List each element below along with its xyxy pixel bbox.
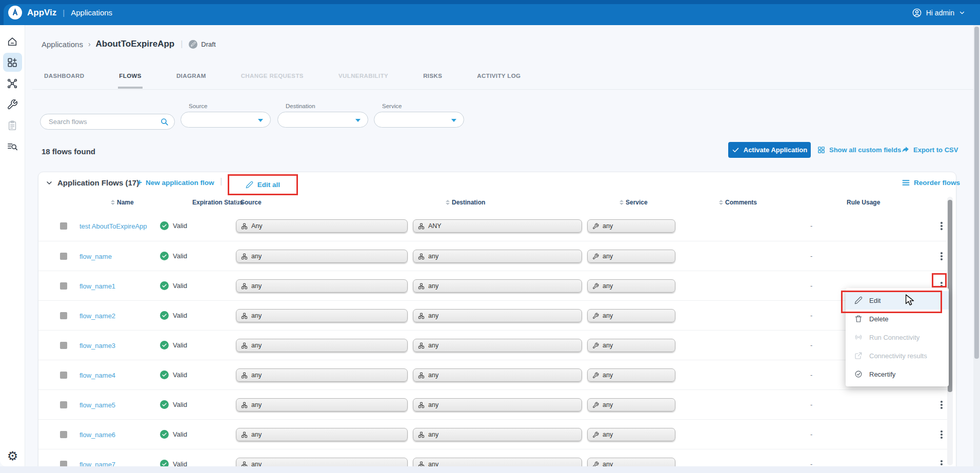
edit-all-button[interactable]: Edit all [228,174,298,195]
column-header-name[interactable]: Name [111,199,134,206]
sort-icon[interactable] [111,200,115,205]
column-header-service[interactable]: Service [619,199,648,206]
menu-item-edit[interactable]: Edit [846,291,949,310]
flow-name-link[interactable]: flow_name2 [79,312,115,320]
destination-chip[interactable]: any [413,250,582,263]
service-chip[interactable]: any [587,339,675,352]
service-chip[interactable]: any [587,398,675,412]
search-input[interactable] [48,117,160,126]
source-chip[interactable]: any [236,339,408,352]
source-chip[interactable]: any [236,398,408,412]
table-row: flow_name4 Valid any any [38,360,947,389]
destination-chip[interactable]: any [413,279,582,293]
sidebar-item-home-icon[interactable] [3,32,22,51]
column-header-destination[interactable]: Destination [446,199,485,206]
menu-item-recertify[interactable]: Recertify [846,365,949,383]
service-chip[interactable]: any [587,428,675,441]
row-checkbox[interactable] [60,342,67,349]
flow-name-link[interactable]: flow_name5 [79,401,115,409]
network-icon [241,342,248,349]
row-checkbox[interactable] [60,401,67,408]
column-header-comments[interactable]: Comments [719,199,757,206]
destination-chip[interactable]: any [413,368,582,382]
flow-name-link[interactable]: test AboutToExpireApp [79,222,147,230]
destination-chip[interactable]: any [413,309,582,322]
source-chip[interactable]: any [236,250,408,263]
pencil-icon [246,181,253,189]
service-chip[interactable]: any [587,219,675,233]
search-icon[interactable] [160,117,169,126]
destination-dropdown[interactable] [277,112,368,128]
tab-bar: DASHBOARDFLOWSDIAGRAMCHANGE REQUESTSVULN… [43,70,522,89]
service-chip[interactable]: any [587,250,675,263]
source-chip[interactable]: any [236,428,408,441]
trash-icon [854,315,863,323]
column-header-source[interactable]: Source [234,199,262,206]
sidebar-item-network-icon[interactable] [3,74,22,93]
row-checkbox[interactable] [60,372,67,379]
collapse-panel-chevron-icon[interactable] [45,179,53,187]
flow-name-link[interactable]: flow_name [79,253,112,260]
destination-chip[interactable]: ANY [413,219,582,233]
sidebar-item-clipboard-icon[interactable] [3,116,22,135]
service-chip[interactable]: any [587,368,675,382]
sort-icon[interactable] [619,200,624,205]
tab-diagram[interactable]: DIAGRAM [175,70,207,89]
flow-name-link[interactable]: flow_name1 [79,282,115,290]
panel-title: Application Flows (17) [57,178,139,187]
tab-flows[interactable]: FLOWS [118,70,143,89]
source-chip[interactable]: Any [236,219,408,233]
network-icon [241,431,248,438]
row-checkbox[interactable] [60,222,67,230]
destination-chip[interactable]: any [413,398,582,412]
service-dropdown[interactable] [374,112,464,128]
row-actions-kebab[interactable] [937,400,946,409]
service-value: any [603,253,613,260]
sort-icon[interactable] [719,200,723,205]
menu-item-delete[interactable]: Delete [846,310,949,328]
status-label: Valid [173,341,187,349]
service-chip[interactable]: any [587,309,675,322]
sidebar-item-search-list-icon[interactable] [3,137,22,156]
show-all-custom-fields-button[interactable]: Show all custom fields [817,142,901,158]
row-checkbox[interactable] [60,282,67,290]
source-chip[interactable]: any [236,309,408,322]
row-actions-kebab[interactable] [937,221,946,231]
new-application-flow-button[interactable]: + New application flow [137,177,214,188]
sort-icon[interactable] [234,200,238,205]
row-checkbox[interactable] [60,431,67,438]
reorder-flows-button[interactable]: Reorder flows [902,178,960,187]
service-chip[interactable]: any [587,279,675,293]
sidebar-item-applications-icon[interactable] [3,53,22,72]
activate-application-button[interactable]: Activate Application [728,142,811,158]
row-actions-kebab[interactable] [937,430,946,439]
flow-name-link[interactable]: flow_name3 [79,342,115,349]
page-scrollbar-thumb[interactable] [974,27,979,359]
tab-risks[interactable]: RISKS [422,70,443,89]
row-actions-kebab[interactable] [937,252,946,261]
expiration-status: Valid [160,221,187,230]
source-chip[interactable]: any [236,279,408,293]
source-dropdown[interactable] [181,112,271,128]
destination-chip[interactable]: any [413,339,582,352]
export-to-csv-button[interactable]: Export to CSV [901,142,958,158]
gear-icon[interactable]: ⚙ [0,449,25,463]
source-chip[interactable]: any [236,368,408,382]
menu-item-run-connectivity: Run Connectivity [846,328,949,346]
status-badge: Draft [189,40,215,49]
destination-chip[interactable]: any [413,428,582,441]
flow-name-link[interactable]: flow_name6 [79,431,115,439]
expiration-status: Valid [160,430,187,439]
network-icon [241,283,248,290]
sort-icon[interactable] [446,200,450,205]
sidebar-item-wrench-icon[interactable] [3,95,22,114]
row-checkbox[interactable] [60,312,67,319]
tab-dashboard[interactable]: DASHBOARD [43,70,85,89]
user-menu[interactable]: Hi admin [912,0,966,25]
tab-activity-log[interactable]: ACTIVITY LOG [476,70,522,89]
flow-name-link[interactable]: flow_name4 [79,372,115,379]
destination-value: any [428,372,438,379]
breadcrumb-applications[interactable]: Applications [42,40,83,49]
row-checkbox[interactable] [60,253,67,260]
destination-value: any [428,401,438,408]
